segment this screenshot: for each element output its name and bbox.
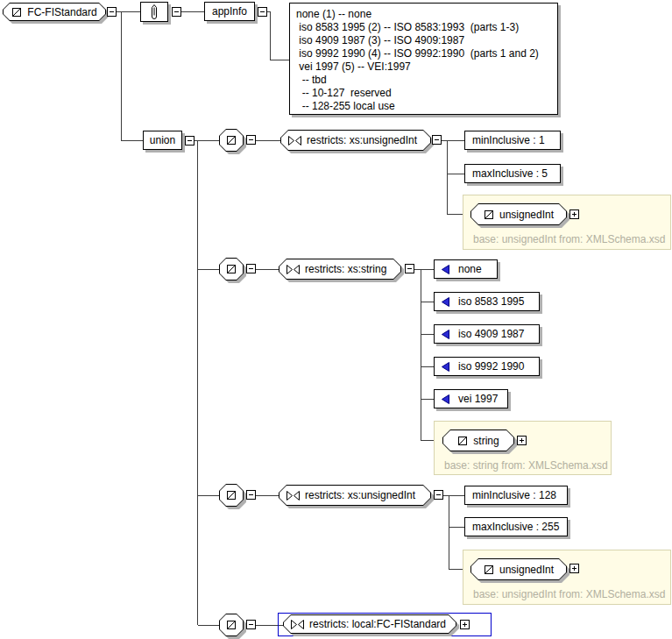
doc-line: vei 1997 (5) -- VEI:1997 [296, 60, 557, 74]
connector [121, 140, 143, 141]
doc-line: -- tbd [296, 74, 557, 87]
simple-type-icon [457, 436, 468, 446]
collapse-toggle[interactable] [246, 135, 256, 145]
enum-label: iso 9992 1990 [458, 360, 524, 373]
member-type-node[interactable] [219, 484, 244, 507]
connector [421, 302, 434, 302]
enum-triangle-icon [442, 394, 450, 404]
base-type-label: string [473, 435, 499, 447]
enum-node[interactable]: iso 4909 1987 [434, 324, 540, 344]
connector [198, 625, 219, 626]
enum-triangle-icon [442, 297, 450, 307]
doc-line: iso 9992 1990 (4) -- ISO 9992:1990 (part… [296, 47, 557, 60]
doc-line: iso 8583 1995 (2) -- ISO 8583:1993 (part… [296, 21, 557, 34]
restriction-label: restricts: xs:unsignedInt [305, 489, 415, 501]
facet-label: minInclusive : 128 [472, 489, 556, 501]
schema-diagram: FC-FIStandard appInfo none (1) -- none i… [0, 0, 672, 639]
collapse-toggle[interactable] [107, 7, 117, 17]
restriction-node[interactable]: restricts: xs:string [279, 259, 401, 280]
connector [421, 366, 434, 367]
collapse-toggle[interactable] [185, 136, 195, 146]
bowtie-icon [288, 136, 301, 146]
node-fc-fistandard[interactable]: FC-FIStandard [3, 3, 106, 21]
simple-type-icon [226, 135, 237, 146]
member-type-node[interactable] [219, 129, 244, 152]
restriction-node[interactable]: restricts: xs:unsignedInt [279, 485, 431, 506]
simple-type-icon [226, 264, 237, 274]
documentation-box[interactable]: none (1) -- none iso 8583 1995 (2) -- IS… [289, 3, 558, 115]
simple-type-icon [11, 7, 22, 18]
connector [447, 140, 448, 215]
enum-triangle-icon [442, 330, 450, 339]
connector [421, 269, 434, 270]
restriction-label: restricts: xs:string [305, 263, 386, 275]
enum-label: none [458, 263, 482, 275]
restriction-label: restricts: local:FC-FIStandard [309, 618, 446, 630]
doc-line: -- 10-127 reserved [296, 87, 557, 100]
enum-triangle-icon [442, 265, 450, 274]
connector [198, 495, 219, 496]
restriction-label: restricts: xs:unsignedInt [307, 134, 417, 146]
facet-label: minInclusive : 1 [472, 134, 545, 146]
simple-type-icon [226, 620, 237, 630]
base-type-note: base: string from: XMLSchema.xsd [444, 459, 608, 472]
connector [197, 140, 198, 625]
base-type-label: unsignedInt [499, 564, 554, 576]
bowtie-icon [291, 620, 304, 629]
collapse-toggle[interactable] [172, 7, 181, 17]
connector [449, 495, 449, 570]
collapse-toggle[interactable] [405, 264, 414, 273]
member-type-node[interactable] [219, 614, 244, 636]
connector [449, 527, 464, 528]
member-type-node[interactable] [219, 258, 244, 280]
restriction-node[interactable]: restricts: local:FC-FIStandard [283, 614, 456, 634]
base-type-node[interactable]: unsignedInt [470, 558, 567, 580]
enum-node[interactable]: none [434, 259, 498, 279]
restriction-node[interactable]: restricts: xs:unsignedInt [280, 130, 431, 151]
collapse-toggle[interactable] [432, 135, 442, 145]
facet-node[interactable]: minInclusive : 1 [464, 131, 561, 150]
collapse-toggle[interactable] [246, 490, 256, 500]
facet-label: maxInclusive : 255 [472, 521, 559, 533]
simple-type-icon [226, 490, 237, 501]
paperclip-icon [148, 4, 160, 21]
appinfo-node[interactable]: appInfo [204, 2, 255, 21]
expand-toggle[interactable] [460, 620, 470, 629]
base-type-node[interactable]: string [442, 430, 514, 451]
appinfo-label: appInfo [212, 5, 247, 18]
connector [256, 495, 279, 496]
simple-type-icon [484, 564, 494, 575]
doc-line: iso 4909 1987 (3) -- ISO 4909:1987 [296, 34, 557, 47]
expand-toggle[interactable] [569, 209, 579, 219]
collapse-toggle[interactable] [434, 490, 443, 500]
bowtie-icon [286, 491, 300, 501]
base-type-note: base: unsignedInt from: XMLSchema.xsd [473, 233, 665, 245]
expand-toggle[interactable] [517, 436, 527, 445]
collapse-toggle[interactable] [246, 264, 256, 273]
facet-node[interactable]: maxInclusive : 255 [464, 517, 568, 536]
connector [181, 11, 204, 12]
connector [270, 11, 271, 60]
enum-node[interactable]: iso 9992 1990 [434, 357, 540, 376]
connector [421, 334, 434, 335]
connector [256, 269, 279, 270]
connector [121, 11, 122, 140]
facet-node[interactable]: maxInclusive : 5 [464, 164, 561, 183]
connector [447, 140, 464, 141]
collapse-toggle[interactable] [246, 620, 256, 629]
doc-line: -- 128-255 local use [296, 100, 557, 113]
simple-type-icon [484, 209, 494, 220]
facet-node[interactable]: minInclusive : 128 [464, 486, 568, 505]
connector [195, 140, 219, 141]
root-label: FC-FIStandard [27, 6, 96, 18]
union-node[interactable]: union [143, 131, 182, 150]
expand-toggle[interactable] [569, 564, 579, 573]
enum-label: vei 1997 [458, 393, 498, 405]
base-type-note: base: unsignedInt from: XMLSchema.xsd [473, 588, 665, 600]
annotation-node[interactable] [140, 2, 168, 22]
collapse-toggle[interactable] [258, 7, 267, 17]
base-type-node[interactable]: unsignedInt [470, 203, 567, 225]
enum-node[interactable]: vei 1997 [434, 389, 508, 408]
enum-node[interactable]: iso 8583 1995 [434, 292, 540, 311]
bowtie-icon [286, 265, 300, 274]
